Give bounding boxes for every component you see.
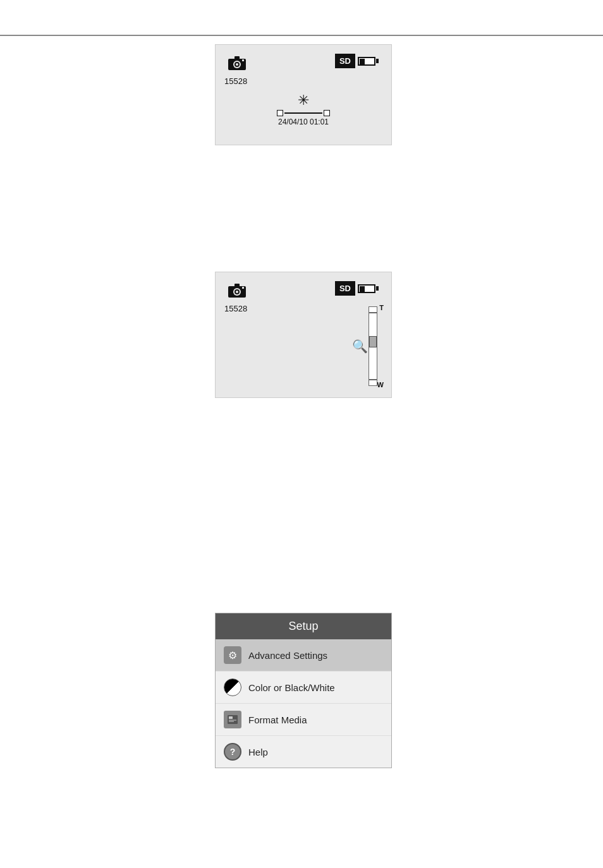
- setup-title: Setup: [216, 613, 391, 639]
- zoom-thumb: [369, 336, 377, 347]
- zoom-track: [368, 313, 377, 380]
- setup-menu: Setup Advanced Settings Color or Black/W…: [215, 613, 392, 768]
- format-media-label: Format Media: [248, 714, 307, 725]
- advanced-settings-icon: [223, 646, 242, 665]
- zoom-bar-area: T W 🔍: [352, 304, 384, 389]
- svg-rect-13: [229, 716, 233, 719]
- zoom-label-t: T: [379, 304, 384, 311]
- color-bw-icon: [223, 678, 242, 697]
- help-icon: ?: [223, 742, 242, 761]
- battery-icon-2: [358, 284, 379, 293]
- zoom-box-top: [368, 306, 377, 313]
- camera-icon-1: [227, 54, 247, 76]
- battery-icon-1: [358, 57, 379, 66]
- sd-badge-2: SD: [335, 281, 355, 296]
- svg-rect-5: [242, 59, 244, 61]
- sun-icon: ✳: [277, 92, 330, 109]
- zoom-label-w: W: [377, 381, 384, 389]
- svg-point-4: [236, 63, 238, 66]
- exposure-area: ✳ 24/04/10 01:01: [277, 92, 330, 126]
- svg-rect-7: [234, 284, 240, 287]
- shot-count-2: 15528: [224, 304, 247, 313]
- help-label: Help: [248, 747, 268, 757]
- menu-item-format-media[interactable]: Format Media: [216, 704, 391, 736]
- camera-icon-2: [227, 281, 247, 303]
- advanced-settings-label: Advanced Settings: [248, 650, 327, 661]
- date-display: 24/04/10 01:01: [277, 118, 330, 126]
- svg-point-10: [236, 291, 238, 293]
- exposure-bar: [277, 110, 330, 116]
- top-divider: [0, 35, 603, 36]
- viewfinder-1: 15528 SD ✳ 24/04/10 01:01: [215, 44, 392, 145]
- svg-rect-1: [234, 56, 240, 59]
- zoom-box-bottom: [368, 380, 377, 386]
- sd-area-1: SD: [335, 54, 379, 68]
- color-bw-label: Color or Black/White: [248, 682, 335, 693]
- menu-item-color-bw[interactable]: Color or Black/White: [216, 672, 391, 704]
- menu-item-help[interactable]: ? Help: [216, 736, 391, 768]
- svg-rect-11: [242, 287, 244, 289]
- menu-item-advanced-settings[interactable]: Advanced Settings: [216, 639, 391, 672]
- viewfinder-2: 15528 SD T W 🔍: [215, 272, 392, 398]
- magnify-icon: 🔍: [352, 339, 368, 354]
- sd-badge-1: SD: [335, 54, 355, 68]
- shot-count-1: 15528: [224, 76, 247, 86]
- sd-area-2: SD: [335, 281, 379, 296]
- format-media-icon: [223, 710, 242, 729]
